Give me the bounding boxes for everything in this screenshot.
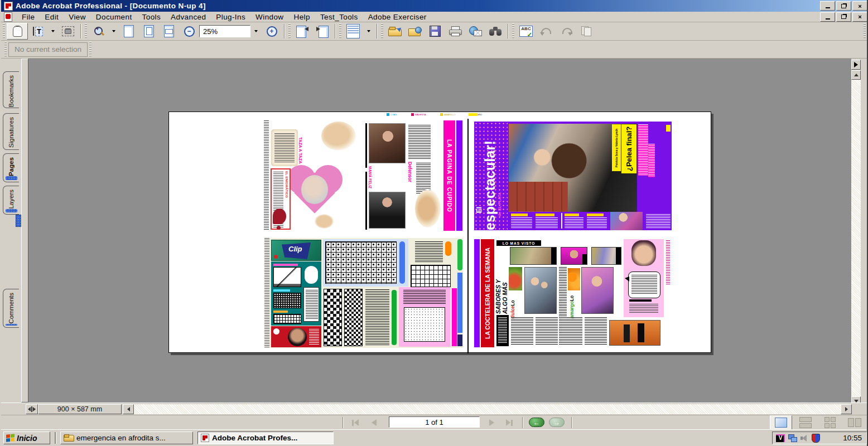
zoom-combo[interactable]: 25% xyxy=(199,25,250,37)
toolbar-grip[interactable] xyxy=(339,23,341,39)
network-tray-icon[interactable] xyxy=(788,434,797,442)
page-indicator-box[interactable]: 1 of 1 xyxy=(389,416,480,428)
edge-bar-green xyxy=(457,239,462,270)
zoom-out-button[interactable]: − xyxy=(179,23,199,39)
menu-plugins[interactable]: Plug-Ins xyxy=(211,12,250,22)
edge-bar-blue xyxy=(457,273,462,333)
menu-tools[interactable]: Tools xyxy=(137,12,166,22)
sidebar-tab-comments[interactable]: Comments xyxy=(3,289,19,328)
zoom-tool-dropdown[interactable] xyxy=(109,23,119,39)
menu-view[interactable]: View xyxy=(64,12,91,22)
menu-document[interactable]: Document xyxy=(91,12,137,22)
next-page-button[interactable] xyxy=(484,417,499,428)
next-view-icon xyxy=(316,26,329,37)
toolbar-grip[interactable] xyxy=(512,23,514,39)
printer-icon xyxy=(449,26,461,36)
menu-file[interactable]: File xyxy=(17,12,40,22)
sidebar-tab-bookmarks[interactable]: Bookmarks xyxy=(3,71,19,108)
pane-splitter-button[interactable] xyxy=(26,404,38,414)
copy-button[interactable] xyxy=(576,23,596,39)
previous-page-button[interactable] xyxy=(367,417,381,428)
menu-window[interactable]: Window xyxy=(250,12,288,22)
document-canvas[interactable]: CYAN MAGENTA AMARILLO NEGRO xyxy=(28,59,851,403)
task-button-acrobat[interactable]: Adobe Acrobat Profes... xyxy=(197,432,334,444)
open-web-page-button[interactable] xyxy=(405,23,425,39)
selection-bar-grip[interactable] xyxy=(4,42,7,57)
single-page-layout-button[interactable] xyxy=(770,415,792,430)
toolbar-grip[interactable] xyxy=(85,23,87,39)
print-button[interactable] xyxy=(445,23,465,39)
scroll-up-button[interactable] xyxy=(851,70,861,80)
actual-size-button[interactable] xyxy=(119,23,139,39)
last-page-button[interactable] xyxy=(502,417,517,428)
restore-button[interactable] xyxy=(836,1,851,11)
vertical-scrollbar[interactable] xyxy=(851,59,861,406)
tasks-list-dropdown[interactable] xyxy=(363,23,374,39)
redo-button[interactable] xyxy=(556,23,576,39)
zoom-in-button[interactable]: + xyxy=(262,23,282,39)
zoom-tool-button[interactable]: + xyxy=(89,23,109,39)
open-button[interactable] xyxy=(385,23,405,39)
continuous-facing-layout-button[interactable] xyxy=(819,415,841,430)
search-button[interactable] xyxy=(485,23,505,39)
floppy-icon xyxy=(430,26,441,37)
select-text-icon: T xyxy=(33,27,43,36)
select-text-dropdown[interactable] xyxy=(48,23,58,39)
folder-open-icon xyxy=(388,27,402,36)
save-button[interactable] xyxy=(425,23,445,39)
select-text-button[interactable]: T xyxy=(28,23,48,39)
security-shield-tray-icon[interactable] xyxy=(812,434,820,443)
fit-page-button[interactable] xyxy=(139,23,159,39)
tab-strip-handle[interactable] xyxy=(16,215,21,227)
page-size-box[interactable]: 900 × 587 mm xyxy=(38,404,122,414)
previous-view-nav-button[interactable]: ← xyxy=(529,418,544,427)
menu-advanced[interactable]: Advanced xyxy=(166,12,211,22)
menu-adobe-exerciser[interactable]: Adobe Exerciser xyxy=(363,12,432,22)
sidebar-tab-layers[interactable]: Layers xyxy=(3,186,19,215)
snapshot-button[interactable] xyxy=(58,23,78,39)
sidebar-tab-signatures[interactable]: Signatures xyxy=(3,113,19,150)
minimize-button[interactable] xyxy=(820,1,835,11)
zoom-combo-dropdown[interactable] xyxy=(250,23,262,39)
pane-toggle-button[interactable] xyxy=(851,60,861,70)
box-title: EL ENIGMÁTICO xyxy=(285,171,288,210)
page-indicator-text: 1 of 1 xyxy=(425,418,443,426)
toolbar-grip[interactable] xyxy=(381,23,383,39)
sidebar-tab-pages[interactable]: Pages xyxy=(3,153,19,182)
media-player-tray-icon[interactable]: V xyxy=(776,434,785,442)
nav-pane-splitter[interactable] xyxy=(21,59,28,403)
menu-help[interactable]: Help xyxy=(289,12,315,22)
scroll-left-button[interactable] xyxy=(123,404,134,414)
next-view-nav-button[interactable]: → xyxy=(549,418,565,427)
horizontal-scroll-track[interactable] xyxy=(134,404,841,414)
vertical-scroll-track[interactable] xyxy=(851,80,861,396)
start-button[interactable]: Inicio xyxy=(3,432,50,444)
child-close-button[interactable]: × xyxy=(852,12,867,22)
toolbar-grip[interactable] xyxy=(864,23,866,39)
task-button-folder[interactable]: emergencia en afrodita s... xyxy=(60,432,193,444)
document-icon[interactable] xyxy=(4,12,12,22)
close-button[interactable]: × xyxy=(852,1,867,11)
tasks-list-button[interactable] xyxy=(343,23,363,39)
next-view-button[interactable] xyxy=(312,23,332,39)
facing-layout-button[interactable] xyxy=(843,415,866,430)
toolbar-grip[interactable] xyxy=(288,23,291,39)
menu-edit[interactable]: Edit xyxy=(40,12,64,22)
hand-tool-button[interactable] xyxy=(7,23,28,40)
child-minimize-button[interactable] xyxy=(820,12,835,22)
previous-view-button[interactable] xyxy=(292,23,312,39)
spellcheck-button[interactable]: ABC ✓ xyxy=(516,23,536,39)
cover-deck xyxy=(638,124,648,176)
toolbar-grip[interactable] xyxy=(3,23,5,39)
volume-tray-icon[interactable] xyxy=(801,434,808,442)
selection-bar-grip[interactable] xyxy=(89,42,91,57)
menu-test-tools[interactable]: Test_Tools xyxy=(315,12,363,22)
undo-button[interactable] xyxy=(536,23,556,39)
child-restore-button[interactable] xyxy=(836,12,851,22)
continuous-layout-button[interactable] xyxy=(794,415,817,430)
app-icon[interactable] xyxy=(4,2,13,11)
email-button[interactable] xyxy=(465,23,485,39)
scroll-right-button[interactable] xyxy=(841,404,852,414)
fit-width-button[interactable] xyxy=(159,23,179,39)
first-page-button[interactable] xyxy=(348,417,363,428)
